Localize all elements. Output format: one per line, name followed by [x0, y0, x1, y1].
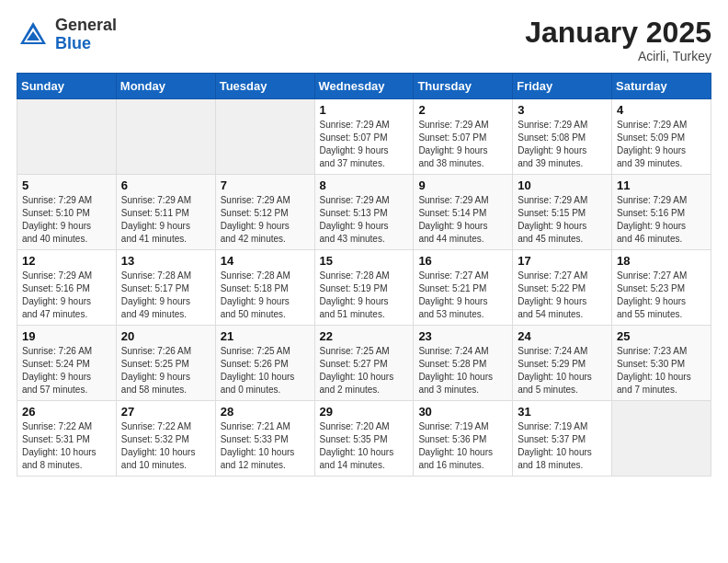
day-number: 3: [518, 103, 607, 117]
day-info: Sunrise: 7:26 AM Sunset: 5:25 PM Dayligh…: [121, 345, 210, 396]
calendar-cell: 3Sunrise: 7:29 AM Sunset: 5:08 PM Daylig…: [513, 99, 612, 175]
weekday-header-row: SundayMondayTuesdayWednesdayThursdayFrid…: [17, 74, 711, 99]
calendar-cell: 5Sunrise: 7:29 AM Sunset: 5:10 PM Daylig…: [17, 175, 117, 250]
day-info: Sunrise: 7:23 AM Sunset: 5:30 PM Dayligh…: [617, 345, 706, 396]
day-info: Sunrise: 7:20 AM Sunset: 5:35 PM Dayligh…: [320, 420, 409, 472]
header: General Blue January 2025 Acirli, Turkey: [17, 17, 711, 63]
day-info: Sunrise: 7:29 AM Sunset: 5:16 PM Dayligh…: [617, 194, 706, 246]
day-info: Sunrise: 7:29 AM Sunset: 5:16 PM Dayligh…: [22, 270, 111, 321]
day-info: Sunrise: 7:29 AM Sunset: 5:08 PM Dayligh…: [518, 119, 607, 170]
day-info: Sunrise: 7:28 AM Sunset: 5:18 PM Dayligh…: [221, 270, 310, 321]
logo-general-label: General: [55, 17, 117, 35]
logo-blue-label: Blue: [55, 35, 117, 53]
calendar-cell: 8Sunrise: 7:29 AM Sunset: 5:13 PM Daylig…: [314, 175, 414, 250]
day-info: Sunrise: 7:29 AM Sunset: 5:13 PM Dayligh…: [320, 194, 409, 246]
day-number: 10: [518, 178, 607, 192]
day-number: 25: [617, 329, 706, 343]
day-number: 1: [320, 103, 409, 117]
day-number: 23: [418, 329, 507, 343]
day-info: Sunrise: 7:24 AM Sunset: 5:28 PM Dayligh…: [418, 345, 507, 396]
day-info: Sunrise: 7:21 AM Sunset: 5:33 PM Dayligh…: [221, 420, 310, 472]
calendar-cell: 29Sunrise: 7:20 AM Sunset: 5:35 PM Dayli…: [314, 401, 414, 477]
day-number: 26: [22, 405, 111, 419]
day-info: Sunrise: 7:27 AM Sunset: 5:21 PM Dayligh…: [418, 270, 507, 321]
day-info: Sunrise: 7:25 AM Sunset: 5:27 PM Dayligh…: [320, 345, 409, 396]
weekday-header-sunday: Sunday: [17, 74, 117, 99]
day-number: 6: [121, 178, 210, 192]
day-info: Sunrise: 7:28 AM Sunset: 5:19 PM Dayligh…: [320, 270, 409, 321]
logo-icon: [17, 18, 50, 52]
calendar-cell: [612, 401, 711, 477]
day-number: 20: [121, 329, 210, 343]
calendar-cell: 11Sunrise: 7:29 AM Sunset: 5:16 PM Dayli…: [612, 175, 711, 250]
weekday-header-monday: Monday: [116, 74, 215, 99]
calendar-week-row: 26Sunrise: 7:22 AM Sunset: 5:31 PM Dayli…: [17, 401, 711, 477]
day-info: Sunrise: 7:27 AM Sunset: 5:22 PM Dayligh…: [518, 270, 607, 321]
calendar-cell: 13Sunrise: 7:28 AM Sunset: 5:17 PM Dayli…: [116, 250, 215, 326]
calendar-cell: 30Sunrise: 7:19 AM Sunset: 5:36 PM Dayli…: [414, 401, 513, 477]
day-info: Sunrise: 7:22 AM Sunset: 5:32 PM Dayligh…: [121, 420, 210, 472]
calendar-cell: [116, 99, 215, 175]
day-number: 22: [320, 329, 409, 343]
day-number: 14: [221, 254, 310, 268]
day-number: 18: [617, 254, 706, 268]
calendar-cell: 1Sunrise: 7:29 AM Sunset: 5:07 PM Daylig…: [314, 99, 414, 175]
day-info: Sunrise: 7:29 AM Sunset: 5:07 PM Dayligh…: [320, 119, 409, 170]
day-number: 24: [518, 329, 607, 343]
logo-text: General Blue: [55, 17, 117, 53]
day-number: 28: [221, 405, 310, 419]
day-number: 21: [221, 329, 310, 343]
day-number: 17: [518, 254, 607, 268]
day-info: Sunrise: 7:28 AM Sunset: 5:17 PM Dayligh…: [121, 270, 210, 321]
calendar-cell: 24Sunrise: 7:24 AM Sunset: 5:29 PM Dayli…: [513, 326, 612, 401]
calendar-cell: 26Sunrise: 7:22 AM Sunset: 5:31 PM Dayli…: [17, 401, 117, 477]
day-info: Sunrise: 7:29 AM Sunset: 5:07 PM Dayligh…: [418, 119, 507, 170]
location: Acirli, Turkey: [525, 49, 711, 63]
day-number: 27: [121, 405, 210, 419]
calendar-week-row: 19Sunrise: 7:26 AM Sunset: 5:24 PM Dayli…: [17, 326, 711, 401]
calendar-cell: [215, 99, 314, 175]
calendar-week-row: 5Sunrise: 7:29 AM Sunset: 5:10 PM Daylig…: [17, 175, 711, 250]
day-number: 31: [518, 405, 607, 419]
calendar-cell: 22Sunrise: 7:25 AM Sunset: 5:27 PM Dayli…: [314, 326, 414, 401]
day-info: Sunrise: 7:27 AM Sunset: 5:23 PM Dayligh…: [617, 270, 706, 321]
weekday-header-saturday: Saturday: [612, 74, 711, 99]
calendar-cell: 6Sunrise: 7:29 AM Sunset: 5:11 PM Daylig…: [116, 175, 215, 250]
weekday-header-thursday: Thursday: [414, 74, 513, 99]
day-number: 19: [22, 329, 111, 343]
day-number: 4: [617, 103, 706, 117]
weekday-header-tuesday: Tuesday: [215, 74, 314, 99]
calendar-table: SundayMondayTuesdayWednesdayThursdayFrid…: [17, 73, 711, 477]
day-info: Sunrise: 7:29 AM Sunset: 5:14 PM Dayligh…: [418, 194, 507, 246]
title-block: January 2025 Acirli, Turkey: [525, 17, 711, 63]
calendar-cell: 20Sunrise: 7:26 AM Sunset: 5:25 PM Dayli…: [116, 326, 215, 401]
day-info: Sunrise: 7:19 AM Sunset: 5:36 PM Dayligh…: [418, 420, 507, 472]
day-number: 9: [418, 178, 507, 192]
calendar-cell: 4Sunrise: 7:29 AM Sunset: 5:09 PM Daylig…: [612, 99, 711, 175]
day-info: Sunrise: 7:25 AM Sunset: 5:26 PM Dayligh…: [221, 345, 310, 396]
calendar-week-row: 1Sunrise: 7:29 AM Sunset: 5:07 PM Daylig…: [17, 99, 711, 175]
day-number: 12: [22, 254, 111, 268]
calendar-cell: 7Sunrise: 7:29 AM Sunset: 5:12 PM Daylig…: [215, 175, 314, 250]
day-number: 8: [320, 178, 409, 192]
day-number: 29: [320, 405, 409, 419]
calendar-cell: 10Sunrise: 7:29 AM Sunset: 5:15 PM Dayli…: [513, 175, 612, 250]
calendar-cell: 21Sunrise: 7:25 AM Sunset: 5:26 PM Dayli…: [215, 326, 314, 401]
calendar-cell: 27Sunrise: 7:22 AM Sunset: 5:32 PM Dayli…: [116, 401, 215, 477]
calendar-cell: 14Sunrise: 7:28 AM Sunset: 5:18 PM Dayli…: [215, 250, 314, 326]
calendar-cell: 18Sunrise: 7:27 AM Sunset: 5:23 PM Dayli…: [612, 250, 711, 326]
day-info: Sunrise: 7:19 AM Sunset: 5:37 PM Dayligh…: [518, 420, 607, 472]
day-number: 30: [418, 405, 507, 419]
day-info: Sunrise: 7:29 AM Sunset: 5:12 PM Dayligh…: [221, 194, 310, 246]
day-number: 7: [221, 178, 310, 192]
day-info: Sunrise: 7:22 AM Sunset: 5:31 PM Dayligh…: [22, 420, 111, 472]
day-number: 5: [22, 178, 111, 192]
day-number: 2: [418, 103, 507, 117]
calendar-cell: [17, 99, 117, 175]
weekday-header-wednesday: Wednesday: [314, 74, 414, 99]
calendar-week-row: 12Sunrise: 7:29 AM Sunset: 5:16 PM Dayli…: [17, 250, 711, 326]
day-info: Sunrise: 7:26 AM Sunset: 5:24 PM Dayligh…: [22, 345, 111, 396]
calendar-cell: 31Sunrise: 7:19 AM Sunset: 5:37 PM Dayli…: [513, 401, 612, 477]
calendar-cell: 19Sunrise: 7:26 AM Sunset: 5:24 PM Dayli…: [17, 326, 117, 401]
logo: General Blue: [17, 17, 117, 53]
